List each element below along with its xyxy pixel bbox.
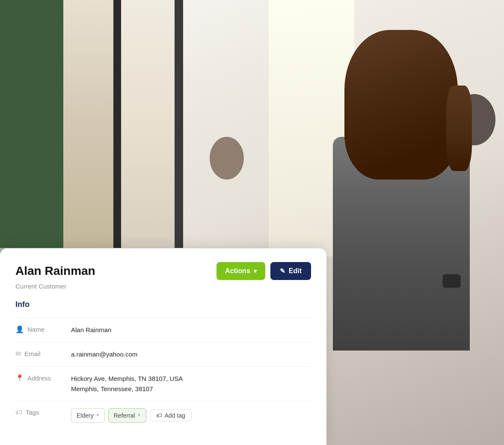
bg-window-frame2 (175, 0, 183, 248)
edit-button[interactable]: ✎ Edit (270, 262, 311, 280)
info-row-tags: 🏷 Tags Eldery × Referral × 🏷 Add tag (15, 401, 311, 430)
name-label: 👤 Name (15, 325, 71, 333)
bg-window-frame1 (113, 0, 121, 248)
add-tag-label: Add tag (165, 412, 185, 419)
add-tag-button[interactable]: 🏷 Add tag (150, 410, 192, 421)
bg-green-col (0, 0, 63, 248)
actions-button[interactable]: Actions ▾ (216, 262, 265, 280)
customer-name: Alan Rainman (15, 264, 95, 278)
bg-window2 (121, 0, 177, 248)
card-header: Alan Rainman Actions ▾ ✎ Edit (15, 262, 311, 280)
address-value: Hickory Ave, Memphis, TN 38107, USA Memp… (71, 374, 311, 394)
person-hair-right (446, 85, 472, 171)
chevron-down-icon: ▾ (254, 268, 257, 274)
info-row-address: 📍 Address Hickory Ave, Memphis, TN 38107… (15, 366, 311, 401)
tag-eldery-label: Eldery (77, 411, 94, 420)
tag-referral-label: Referral (114, 411, 135, 420)
customer-status: Current Customer (15, 283, 311, 290)
header-buttons: Actions ▾ ✎ Edit (216, 262, 311, 280)
tags-label: 🏷 Tags (15, 408, 71, 416)
info-row-email: ✉ Email a.rainman@yahoo.com (15, 342, 311, 366)
add-tag-icon: 🏷 (156, 412, 162, 419)
bg-window1 (63, 0, 115, 248)
watch-detail (442, 274, 461, 289)
address-line2: Memphis, Tennessee, 38107 (71, 384, 311, 394)
email-icon: ✉ (15, 350, 21, 358)
section-info-title: Info (15, 300, 311, 309)
person-hair (344, 30, 458, 180)
edit-icon: ✎ (280, 267, 285, 275)
name-value: Alan Rainman (71, 325, 311, 335)
edit-label: Edit (289, 267, 302, 275)
bg-person2 (210, 137, 244, 180)
tags-container: Eldery × Referral × 🏷 Add tag (71, 408, 311, 423)
tag-icon: 🏷 (15, 409, 22, 416)
actions-label: Actions (225, 267, 250, 275)
info-row-name: 👤 Name Alan Rainman (15, 318, 311, 342)
email-label: ✉ Email (15, 349, 71, 358)
email-value: a.rainman@yahoo.com (71, 349, 311, 360)
tag-referral[interactable]: Referral × (108, 408, 146, 423)
tags-value: Eldery × Referral × 🏷 Add tag (71, 408, 311, 423)
tag-eldery[interactable]: Eldery × (71, 408, 105, 423)
person-icon: 👤 (15, 325, 24, 333)
tag-eldery-remove[interactable]: × (96, 411, 99, 419)
customer-card: Alan Rainman Actions ▾ ✎ Edit Current Cu… (0, 248, 326, 445)
address-icon: 📍 (15, 374, 24, 382)
tag-referral-remove[interactable]: × (138, 411, 141, 419)
address-label: 📍 Address (15, 374, 71, 382)
address-line1: Hickory Ave, Memphis, TN 38107, USA (71, 374, 311, 384)
